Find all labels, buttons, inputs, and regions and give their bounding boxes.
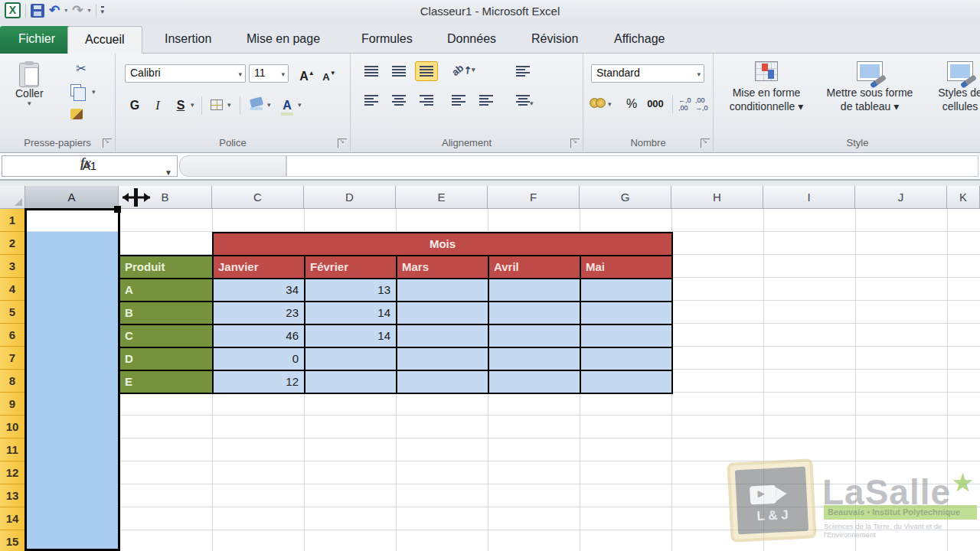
table-product-D[interactable]: D: [119, 347, 214, 371]
increase-decimal-icon[interactable]: ←,0,00: [678, 96, 691, 112]
tab-formules[interactable]: Formules: [345, 26, 430, 54]
column-header-K[interactable]: K: [947, 186, 980, 209]
borders-dropdown-icon[interactable]: ▾: [227, 101, 231, 109]
row-header-9[interactable]: 9: [0, 393, 25, 416]
row-header-15[interactable]: 15: [0, 530, 25, 551]
align-left-icon[interactable]: [360, 90, 383, 110]
table-cell-E-2[interactable]: [304, 370, 397, 394]
selection-corner-handle[interactable]: [114, 206, 121, 213]
table-cell-B-3[interactable]: [396, 301, 489, 325]
column-header-F[interactable]: F: [488, 186, 580, 209]
align-middle-icon[interactable]: [387, 61, 410, 81]
tab-fichier[interactable]: Fichier: [0, 26, 74, 54]
select-all-corner[interactable]: [0, 186, 25, 209]
table-cell-E-5[interactable]: [580, 370, 673, 394]
tab-insertion[interactable]: Insertion: [148, 26, 228, 54]
align-bottom-icon[interactable]: [415, 61, 438, 81]
row-header-2[interactable]: 2: [0, 232, 25, 255]
column-header-I[interactable]: I: [763, 186, 855, 209]
column-header-J[interactable]: J: [855, 186, 947, 209]
decrease-decimal-icon[interactable]: ,00→,0: [695, 96, 708, 112]
paste-button[interactable]: Coller ▾: [15, 63, 44, 107]
decrease-indent-icon[interactable]: [447, 90, 470, 110]
table-cell-B-5[interactable]: [580, 301, 673, 325]
font-size-select[interactable]: 11▾: [249, 64, 289, 83]
font-color-icon[interactable]: A: [281, 96, 293, 115]
column-header-C[interactable]: C: [212, 186, 304, 209]
name-box-dropdown-icon[interactable]: ▼: [165, 163, 172, 183]
table-header-avril[interactable]: Avril: [488, 255, 581, 279]
row-header-11[interactable]: 11: [0, 439, 25, 461]
row-header-14[interactable]: 14: [0, 507, 25, 530]
row-header-3[interactable]: 3: [0, 255, 25, 278]
row-header-13[interactable]: 13: [0, 484, 25, 507]
paste-dropdown-icon[interactable]: ▾: [28, 99, 31, 107]
align-center-icon[interactable]: [387, 90, 410, 110]
tab-affichage[interactable]: Affichage: [597, 26, 681, 54]
column-header-E[interactable]: E: [396, 186, 488, 209]
merge-center-icon[interactable]: ▾: [511, 90, 542, 110]
table-product-B[interactable]: B: [119, 301, 214, 325]
table-product-E[interactable]: E: [119, 370, 214, 394]
number-format-select[interactable]: Standard▾: [591, 64, 704, 83]
table-header-produit[interactable]: Produit: [119, 255, 214, 279]
table-cell-A-4[interactable]: [488, 278, 581, 302]
cut-icon[interactable]: ✂: [73, 61, 90, 77]
table-cell-A-2[interactable]: 13: [304, 278, 397, 302]
row-header-7[interactable]: 7: [0, 347, 25, 370]
row-header-12[interactable]: 12: [0, 461, 25, 484]
tab-accueil[interactable]: Accueil: [67, 26, 142, 54]
tab-donnees[interactable]: Données: [430, 26, 513, 54]
table-cell-D-2[interactable]: [304, 347, 397, 371]
column-header-G[interactable]: G: [580, 186, 671, 209]
font-name-select[interactable]: Calibri▾: [125, 64, 246, 83]
table-header-janvier[interactable]: Janvier: [212, 255, 305, 279]
font-color-dropdown-icon[interactable]: ▾: [298, 101, 302, 109]
column-header-H[interactable]: H: [671, 186, 763, 209]
table-cell-C-1[interactable]: 46: [212, 324, 305, 348]
format-painter-icon[interactable]: [70, 109, 87, 124]
conditional-formatting-button[interactable]: Mise en formeconditionnelle ▾: [720, 61, 813, 113]
table-cell-D-1[interactable]: 0: [212, 347, 305, 371]
table-cell-A-1[interactable]: 34: [212, 278, 305, 302]
clipboard-dialog-launcher-icon[interactable]: [103, 139, 112, 148]
table-title-mois[interactable]: Mois: [212, 232, 673, 256]
formula-input[interactable]: [286, 155, 978, 177]
row-header-1[interactable]: 1: [0, 209, 25, 232]
column-header-A[interactable]: A: [25, 186, 119, 209]
table-header-février[interactable]: Février: [304, 255, 397, 279]
table-cell-E-1[interactable]: 12: [212, 370, 305, 394]
column-header-D[interactable]: D: [304, 186, 396, 209]
borders-icon[interactable]: [211, 99, 223, 118]
align-right-icon[interactable]: [415, 90, 438, 110]
table-cell-E-4[interactable]: [488, 370, 581, 394]
tab-mise-en-page[interactable]: Mise en page: [230, 26, 337, 54]
bold-button[interactable]: G: [126, 96, 143, 115]
shrink-font-button[interactable]: A▼: [319, 64, 339, 83]
format-as-table-button[interactable]: Mettre sous formede tableau ▾: [816, 61, 923, 113]
table-product-A[interactable]: A: [119, 278, 214, 302]
table-cell-A-5[interactable]: [580, 278, 673, 302]
table-cell-D-5[interactable]: [580, 347, 673, 371]
font-dialog-launcher-icon[interactable]: [338, 139, 347, 148]
table-cell-A-3[interactable]: [396, 278, 489, 302]
wrap-text-icon[interactable]: [511, 61, 534, 81]
alignment-dialog-launcher-icon[interactable]: [570, 139, 580, 148]
table-cell-C-5[interactable]: [580, 324, 673, 348]
cell-styles-button[interactable]: Styles decellules: [929, 61, 980, 113]
table-cell-C-2[interactable]: 14: [304, 324, 397, 348]
tab-revision[interactable]: Révision: [514, 26, 595, 54]
table-cell-C-4[interactable]: [488, 324, 581, 348]
increase-indent-icon[interactable]: [475, 90, 498, 110]
table-header-mai[interactable]: Mai: [580, 255, 673, 279]
fill-color-dropdown-icon[interactable]: ▾: [267, 101, 271, 109]
table-product-C[interactable]: C: [119, 324, 214, 348]
row-header-8[interactable]: 8: [0, 370, 25, 393]
underline-button[interactable]: S: [172, 96, 189, 115]
orientation-icon[interactable]: ab↗▾: [447, 61, 481, 81]
grow-font-button[interactable]: A▲: [296, 64, 318, 83]
table-cell-E-3[interactable]: [396, 370, 489, 394]
align-top-icon[interactable]: [360, 61, 383, 81]
copy-icon[interactable]: [70, 84, 87, 99]
table-cell-C-3[interactable]: [396, 324, 489, 348]
